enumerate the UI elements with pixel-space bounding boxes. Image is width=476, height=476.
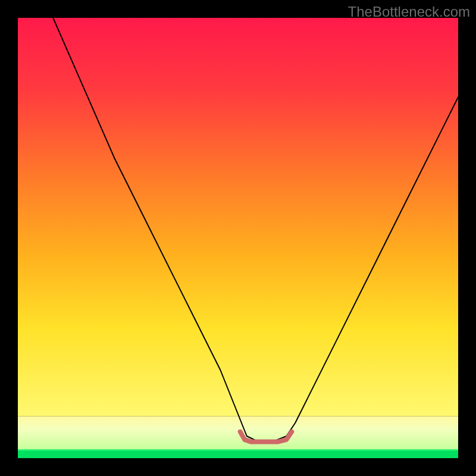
green-band [18, 449, 458, 458]
bottleneck-chart [0, 0, 476, 476]
gradient-background [18, 18, 458, 416]
watermark-text: TheBottleneck.com [348, 4, 470, 20]
pale-band [18, 416, 458, 450]
green-highlight [18, 449, 458, 450]
chart-stage: TheBottleneck.com [0, 0, 476, 476]
